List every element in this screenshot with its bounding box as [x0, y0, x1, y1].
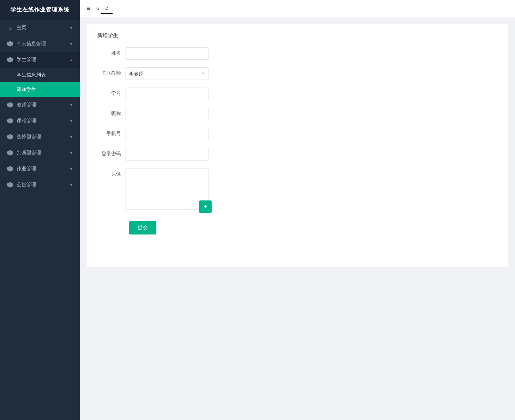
collapse-sidebar-button[interactable]: ≡ — [85, 3, 92, 14]
input-phone[interactable] — [125, 128, 209, 140]
topbar: ≡ « ⌂ — [80, 0, 515, 17]
chevron-down-icon-homework: ▼ — [70, 167, 73, 171]
sidebar-item-homework[interactable]: 作业管理 ▼ — [0, 161, 80, 177]
chevron-down-icon: ▼ — [70, 26, 73, 30]
breadcrumb-tabs: « ⌂ — [95, 3, 113, 14]
input-name[interactable] — [125, 47, 209, 60]
avatar-upload-button[interactable]: + — [199, 200, 212, 213]
label-name: 姓名 — [97, 47, 125, 56]
hex-icon-homework — [7, 166, 13, 172]
hex-icon-judge — [7, 150, 13, 156]
main-area: ≡ « ⌂ 新增学生 姓名 关联教师 李教师 ▼ — [80, 0, 515, 420]
content-area: 新增学生 姓名 关联教师 李教师 ▼ 学号 — [80, 17, 515, 420]
sidebar-label-judge: 判断题管理 — [17, 150, 41, 156]
form-row-nickname: 昵称 — [97, 108, 498, 120]
chevron-down-icon-course: ▼ — [70, 119, 73, 123]
sidebar-label-course: 课程管理 — [17, 118, 36, 124]
select-wrapper-teacher: 李教师 ▼ — [125, 67, 209, 80]
sidebar-item-choice[interactable]: 选择题管理 ▼ — [0, 129, 80, 145]
sidebar-item-home[interactable]: ⌂ 主页 ▼ — [0, 20, 80, 36]
form-row-name: 姓名 — [97, 47, 498, 60]
sidebar-label-personal: 个人信息管理 — [17, 41, 46, 47]
hex-icon-personal — [7, 41, 13, 47]
sidebar-label-student: 学生管理 — [17, 57, 36, 63]
input-student-id[interactable] — [125, 88, 209, 100]
sidebar-label-notice: 公告管理 — [17, 182, 36, 188]
chevron-up-icon-student: ▲ — [70, 58, 73, 62]
select-teacher[interactable]: 李教师 — [125, 67, 209, 80]
sidebar: 学生在线作业管理系统 ⌂ 主页 ▼ 个人信息管理 ▼ 学生管理 ▲ 学生信息列表… — [0, 0, 80, 420]
form-row-phone: 手机号 — [97, 128, 498, 140]
label-phone: 手机号 — [97, 128, 125, 137]
home-tab[interactable]: ⌂ — [101, 3, 113, 14]
sidebar-item-judge[interactable]: 判断题管理 ▼ — [0, 145, 80, 161]
sidebar-label-home: 主页 — [17, 25, 26, 31]
sidebar-item-student[interactable]: 学生管理 ▲ — [0, 52, 80, 68]
label-password: 登录密码 — [97, 148, 125, 157]
sidebar-label-choice: 选择题管理 — [17, 134, 41, 140]
form-row-avatar: 头像 + — [97, 168, 498, 210]
form-row-password: 登录密码 — [97, 148, 498, 160]
chevron-down-icon-personal: ▼ — [70, 42, 73, 46]
avatar-upload-area[interactable]: + — [125, 168, 209, 210]
hex-icon-choice — [7, 134, 13, 140]
hex-icon-course — [7, 118, 13, 124]
label-teacher: 关联教师 — [97, 67, 125, 76]
back-button[interactable]: « — [95, 3, 101, 14]
sidebar-item-teacher[interactable]: 教师管理 ▼ — [0, 97, 80, 113]
sidebar-label-teacher: 教师管理 — [17, 102, 36, 108]
sidebar-item-notice[interactable]: 公告管理 ▼ — [0, 177, 80, 193]
input-password[interactable] — [125, 148, 209, 160]
form-title: 新增学生 — [97, 32, 498, 39]
form-card: 新增学生 姓名 关联教师 李教师 ▼ 学号 — [87, 24, 508, 267]
input-nickname[interactable] — [125, 108, 209, 120]
chevron-down-icon-notice: ▼ — [70, 183, 73, 187]
form-row-teacher: 关联教师 李教师 ▼ — [97, 67, 498, 80]
label-nickname: 昵称 — [97, 108, 125, 117]
label-avatar: 头像 — [97, 168, 125, 177]
sidebar-item-add-student[interactable]: 添加学生 — [0, 82, 80, 97]
home-icon: ⌂ — [7, 25, 13, 31]
chevron-down-icon-choice: ▼ — [70, 135, 73, 139]
sidebar-label-homework: 作业管理 — [17, 166, 36, 172]
hex-icon-notice — [7, 182, 13, 188]
label-student-id: 学号 — [97, 88, 125, 97]
chevron-down-icon-teacher: ▼ — [70, 103, 73, 107]
form-row-student-id: 学号 — [97, 88, 498, 100]
sidebar-item-course[interactable]: 课程管理 ▼ — [0, 113, 80, 129]
home-tab-icon: ⌂ — [105, 5, 109, 11]
hex-icon-student — [7, 57, 13, 63]
sidebar-item-personal[interactable]: 个人信息管理 ▼ — [0, 36, 80, 52]
submit-button[interactable]: 提交 — [129, 221, 156, 234]
hex-icon-teacher — [7, 102, 13, 108]
app-title: 学生在线作业管理系统 — [0, 0, 80, 20]
sidebar-item-student-list[interactable]: 学生信息列表 — [0, 68, 80, 82]
chevron-down-icon-judge: ▼ — [70, 151, 73, 155]
